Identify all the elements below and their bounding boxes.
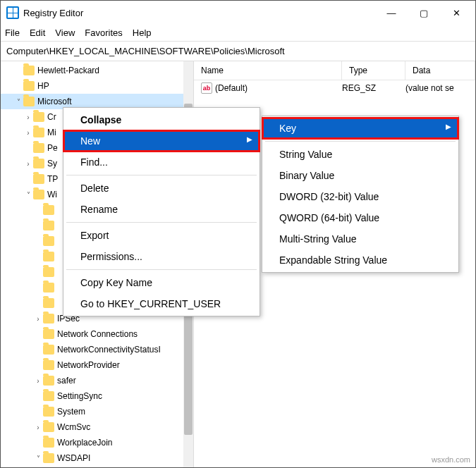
maximize-button[interactable]: ▢ bbox=[408, 2, 440, 23]
separator bbox=[66, 175, 257, 176]
folder-icon bbox=[43, 345, 54, 355]
expand-icon[interactable]: › bbox=[23, 129, 33, 137]
folder-icon bbox=[33, 143, 44, 153]
folder-icon bbox=[43, 314, 54, 324]
tree-item[interactable]: ›WcmSvc bbox=[1, 419, 193, 435]
folder-icon bbox=[43, 422, 54, 432]
menu-help[interactable]: Help bbox=[133, 27, 152, 38]
folder-icon bbox=[43, 236, 54, 246]
sub-qword[interactable]: QWORD (64-bit) Value bbox=[262, 207, 458, 228]
sub-multi[interactable]: Multi-String Value bbox=[262, 228, 458, 250]
expand-icon[interactable]: › bbox=[23, 160, 33, 168]
ctx-new[interactable]: New bbox=[63, 130, 260, 152]
tree-label: WorkplaceJoin bbox=[57, 438, 112, 448]
folder-icon bbox=[33, 112, 44, 122]
tree-item[interactable]: NetworkConnectivityStatusI bbox=[1, 342, 193, 357]
tree-label: NetworkConnectivityStatusI bbox=[57, 345, 161, 355]
expand-icon[interactable]: › bbox=[33, 377, 43, 385]
address-bar[interactable]: Computer\HKEY_LOCAL_MACHINE\SOFTWARE\Pol… bbox=[1, 42, 475, 61]
folder-icon bbox=[43, 391, 54, 401]
folder-icon bbox=[43, 267, 54, 277]
tree-label: Sy bbox=[47, 159, 57, 168]
folder-icon bbox=[43, 376, 54, 386]
menu-favorites[interactable]: Favorites bbox=[85, 27, 122, 38]
tree-label: TP bbox=[47, 174, 58, 184]
tree-label: Mi bbox=[47, 128, 56, 137]
separator bbox=[66, 222, 257, 223]
ctx-export[interactable]: Export bbox=[63, 225, 260, 246]
folder-icon bbox=[43, 329, 54, 339]
col-type[interactable]: Type bbox=[342, 61, 405, 80]
sub-dword[interactable]: DWORD (32-bit) Value bbox=[262, 186, 458, 207]
separator bbox=[265, 141, 456, 142]
menu-file[interactable]: File bbox=[5, 27, 20, 38]
submenu-new: Key String Value Binary Value DWORD (32-… bbox=[262, 116, 459, 273]
folder-icon bbox=[33, 190, 44, 199]
menu-view[interactable]: View bbox=[55, 27, 75, 38]
expand-icon[interactable]: › bbox=[33, 315, 43, 323]
tree-label: WSDAPI bbox=[57, 453, 90, 463]
sub-binary[interactable]: Binary Value bbox=[262, 165, 458, 186]
folder-icon bbox=[43, 221, 54, 230]
ctx-copy[interactable]: Copy Key Name bbox=[63, 272, 260, 293]
sub-string[interactable]: String Value bbox=[262, 144, 458, 165]
tree-item[interactable]: Hewlett-Packard bbox=[1, 63, 193, 78]
tree-item[interactable]: NetworkProvider bbox=[1, 357, 193, 373]
tree-label: Network Connections bbox=[57, 329, 138, 339]
folder-icon bbox=[43, 360, 54, 370]
ctx-find[interactable]: Find... bbox=[63, 152, 260, 173]
ctx-rename[interactable]: Rename bbox=[63, 199, 260, 220]
value-type: REG_SZ bbox=[342, 83, 405, 93]
col-name[interactable]: Name bbox=[194, 61, 342, 80]
tree-item[interactable]: SettingSync bbox=[1, 388, 193, 404]
folder-icon bbox=[43, 453, 54, 463]
col-data[interactable]: Data bbox=[405, 61, 475, 80]
folder-icon bbox=[23, 97, 35, 106]
sub-key[interactable]: Key bbox=[262, 118, 458, 139]
minimize-button[interactable]: — bbox=[375, 2, 408, 23]
expand-icon[interactable]: › bbox=[33, 424, 43, 431]
tree-label: Wi bbox=[47, 190, 57, 199]
ctx-delete[interactable]: Delete bbox=[63, 178, 260, 199]
folder-icon bbox=[23, 81, 35, 91]
folder-icon bbox=[43, 298, 54, 308]
value-data: (value not se bbox=[405, 83, 475, 93]
tree-item[interactable]: System bbox=[1, 404, 193, 419]
tree-item[interactable]: HP bbox=[1, 78, 193, 94]
tree-label: System bbox=[57, 407, 85, 417]
value-header: Name Type Data bbox=[194, 61, 475, 80]
menubar: File Edit View Favorites Help bbox=[1, 25, 475, 42]
context-menu: Collapse New Find... Delete Rename Expor… bbox=[63, 107, 260, 316]
folder-icon bbox=[43, 438, 54, 448]
tree-label: safer bbox=[57, 376, 76, 386]
tree-label: Hewlett-Packard bbox=[37, 66, 99, 75]
expand-icon[interactable]: ˅ bbox=[13, 98, 23, 106]
expand-icon[interactable]: › bbox=[23, 113, 33, 121]
ctx-permissions[interactable]: Permissions... bbox=[63, 246, 260, 267]
ctx-collapse[interactable]: Collapse bbox=[63, 109, 260, 130]
expand-icon[interactable]: ˅ bbox=[33, 455, 43, 462]
value-row[interactable]: ab(Default) REG_SZ (value not se bbox=[194, 80, 475, 96]
tree-label: SettingSync bbox=[57, 391, 102, 401]
watermark: wsxdn.com bbox=[432, 455, 470, 464]
folder-icon bbox=[43, 252, 54, 261]
tree-label: Cr bbox=[47, 112, 56, 122]
tree-item[interactable]: ›safer bbox=[1, 373, 193, 388]
tree-item[interactable]: Network Connections bbox=[1, 326, 193, 342]
tree-label: NetworkProvider bbox=[57, 360, 120, 370]
tree-item[interactable]: WorkplaceJoin bbox=[1, 435, 193, 450]
sub-expand[interactable]: Expandable String Value bbox=[262, 250, 458, 271]
close-button[interactable]: ✕ bbox=[440, 2, 472, 23]
window-title: Registry Editor bbox=[23, 8, 375, 18]
ctx-goto[interactable]: Go to HKEY_CURRENT_USER bbox=[63, 293, 260, 314]
expand-icon[interactable]: ˅ bbox=[23, 191, 33, 199]
menu-edit[interactable]: Edit bbox=[30, 27, 45, 38]
folder-icon bbox=[43, 205, 54, 215]
tree-item[interactable]: ˅WSDAPI bbox=[1, 450, 193, 466]
folder-icon bbox=[33, 159, 44, 168]
titlebar: Registry Editor — ▢ ✕ bbox=[1, 1, 475, 25]
tree-label: WcmSvc bbox=[57, 422, 90, 432]
tree-label: HP bbox=[37, 81, 49, 91]
folder-icon bbox=[33, 174, 44, 184]
value-name: (Default) bbox=[215, 83, 248, 93]
